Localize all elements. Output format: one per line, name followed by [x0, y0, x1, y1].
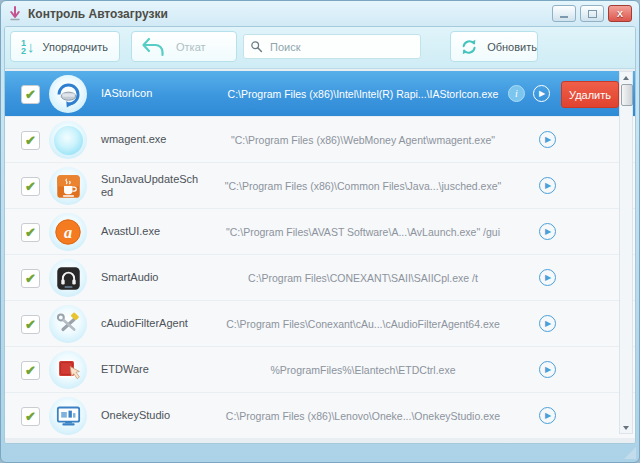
window-title: Контроль Автозагрузки [28, 7, 168, 21]
enabled-checkbox[interactable]: ✔ [21, 361, 40, 380]
title-bar[interactable]: Контроль Автозагрузки X [1, 1, 639, 26]
minimize-icon [560, 16, 568, 18]
app-name: SunJavaUpdateSched [101, 163, 201, 208]
launch-button[interactable]: ▶ [539, 269, 556, 286]
launch-button[interactable]: ▶ [539, 315, 556, 332]
launch-button[interactable]: ▶ [539, 407, 556, 424]
enabled-checkbox[interactable]: ✔ [21, 177, 40, 196]
startup-row-avastui[interactable]: ✔ a AvastUI.exe "C:\Program Files\AVAST … [5, 209, 635, 254]
window-controls: X [552, 5, 632, 22]
search-icon [250, 40, 263, 53]
check-icon: ✔ [25, 180, 36, 193]
tools-wrench-hammer-icon [55, 311, 82, 338]
startup-row-wmagent[interactable]: ✔ wmagent.exe "C:\Program Files (x86)\We… [5, 117, 635, 162]
play-icon: ▶ [545, 412, 551, 420]
enabled-checkbox[interactable]: ✔ [21, 407, 40, 426]
delete-button[interactable]: Удалить [561, 81, 619, 108]
undo-button[interactable]: Откат [131, 31, 237, 62]
app-path: "C:\Program Files (x86)\WebMoney Agent\w… [213, 117, 513, 162]
play-icon: ▶ [545, 182, 551, 190]
delete-button-label: Удалить [569, 89, 611, 101]
maximize-button[interactable] [580, 5, 604, 22]
scroll-down-icon [623, 426, 629, 430]
app-name: OnekeyStudio [101, 393, 201, 438]
scroll-up-button[interactable] [620, 72, 632, 83]
app-name: SmartAudio [101, 255, 201, 300]
refresh-button-label: Обновить [487, 41, 537, 53]
startup-control-window: Контроль Автозагрузки X 12 ↓ Упорядочить [0, 0, 640, 463]
undo-arrow-icon [140, 37, 166, 57]
app-icon-halo [49, 167, 87, 205]
check-icon: ✔ [25, 134, 36, 147]
enabled-checkbox[interactable]: ✔ [21, 269, 40, 288]
toolbar: 12 ↓ Упорядочить Откат [5, 27, 635, 69]
scroll-down-button[interactable] [620, 422, 632, 433]
launch-button[interactable]: ▶ [539, 223, 556, 240]
sort-button-label: Упорядочить [43, 41, 108, 53]
app-icon-halo [49, 351, 87, 389]
launch-button[interactable]: ▶ [539, 361, 556, 378]
play-icon: ▶ [539, 90, 545, 98]
smartaudio-headphones-icon [55, 265, 82, 292]
launch-button[interactable]: ▶ [539, 131, 556, 148]
maximize-icon [588, 10, 597, 18]
minimize-button[interactable] [552, 5, 576, 22]
check-icon: ✔ [25, 226, 36, 239]
content-area: 12 ↓ Упорядочить Откат [4, 26, 636, 444]
enabled-checkbox[interactable]: ✔ [21, 315, 40, 334]
lenovo-onekey-monitor-icon [55, 403, 82, 430]
vertical-scrollbar[interactable] [619, 71, 633, 434]
search-box[interactable] [243, 34, 421, 59]
app-path: C:\Program Files\CONEXANT\SAII\SAIICpl.e… [213, 255, 513, 300]
sort-button[interactable]: 12 ↓ Упорядочить [10, 31, 120, 62]
app-path: C:\Program Files (x86)\Lenovo\Oneke...\O… [213, 393, 513, 438]
startup-row-iastoricon[interactable]: ✔ IAStorIcon C:\Program Files (x86)\Inte… [5, 71, 635, 116]
svg-text:a: a [64, 223, 72, 242]
app-name: AvastUI.exe [101, 209, 201, 254]
refresh-icon [459, 36, 479, 58]
java-coffee-cup-icon [55, 173, 82, 200]
check-icon: ✔ [25, 318, 36, 331]
launch-button[interactable]: ▶ [539, 177, 556, 194]
sort-numeric-icon: 12 ↓ [21, 39, 35, 55]
app-icon-halo [49, 305, 87, 343]
app-icon-halo [49, 259, 87, 297]
app-path: C:\Program Files\Conexant\cAu...\cAudioF… [213, 301, 513, 346]
scroll-up-icon [623, 76, 629, 80]
startup-row-sunjavaupdatesched[interactable]: ✔ SunJavaUpdateSched "C:\Program Files (… [5, 163, 635, 208]
scrollbar-thumb[interactable] [621, 84, 633, 106]
avast-antivirus-icon: a [54, 218, 82, 246]
app-icon-halo [49, 121, 87, 159]
undo-button-label: Откат [176, 41, 206, 53]
play-icon: ▶ [545, 228, 551, 236]
startup-row-caudiofilteragent[interactable]: ✔ cAudioFilterAgent C:\Program Files\Con… [5, 301, 635, 346]
close-button[interactable]: X [608, 5, 632, 22]
app-icon-halo: a [49, 213, 87, 251]
launch-button[interactable]: ▶ [533, 85, 550, 102]
startup-row-onekeystudio[interactable]: ✔ OnekeyStudio C:\Program Files (x86)\Le… [5, 393, 635, 438]
info-button[interactable]: i [508, 85, 525, 102]
app-name: ETDWare [101, 347, 201, 392]
search-input[interactable] [268, 40, 414, 54]
enabled-checkbox[interactable]: ✔ [21, 223, 40, 242]
app-path: "C:\Program Files (x86)\Common Files\Jav… [213, 163, 513, 208]
check-icon: ✔ [25, 364, 36, 377]
startup-row-etdware[interactable]: ✔ ETDWare %ProgramFiles%\Elantech\ETDCtr… [5, 347, 635, 392]
close-icon: X [617, 9, 623, 19]
play-icon: ▶ [545, 366, 551, 374]
elan-touchpad-hand-icon [55, 357, 82, 384]
app-name: wmagent.exe [101, 117, 201, 162]
intel-rapid-storage-icon [55, 81, 82, 108]
refresh-button[interactable]: Обновить [450, 31, 538, 62]
webmoney-orb-icon [54, 126, 83, 155]
startup-row-smartaudio[interactable]: ✔ SmartAudio C:\Program Files\CONEXANT\S… [5, 255, 635, 300]
app-path: "C:\Program Files\AVAST Software\A...\Av… [213, 209, 513, 254]
enabled-checkbox[interactable]: ✔ [21, 85, 40, 104]
enabled-checkbox[interactable]: ✔ [21, 131, 40, 150]
app-name: cAudioFilterAgent [101, 301, 201, 346]
app-path: C:\Program Files (x86)\Intel\Intel(R) Ra… [213, 71, 513, 116]
resize-grip[interactable] [624, 447, 636, 459]
play-icon: ▶ [545, 320, 551, 328]
play-icon: ▶ [545, 136, 551, 144]
check-icon: ✔ [25, 88, 36, 101]
